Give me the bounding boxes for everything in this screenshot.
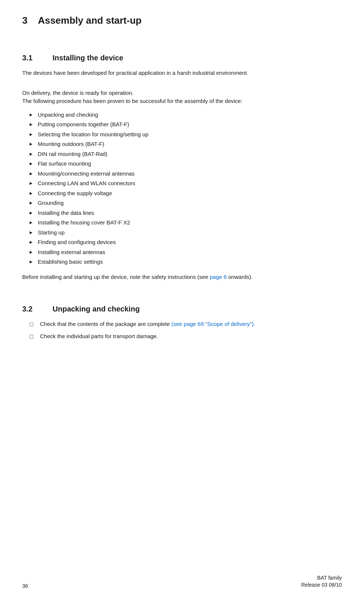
list-item-3: Selecting the location for mounting/sett… xyxy=(30,130,342,139)
release-info: Release 03 08/10 xyxy=(301,581,342,589)
chapter-number: 3 xyxy=(22,15,27,26)
list-item-6: Flat surface mounting xyxy=(30,160,342,168)
page-content: 3 Assembly and start-up 3.1 Installing t… xyxy=(0,0,364,381)
list-item-7: Mounting/connecting external antennas xyxy=(30,170,342,178)
checkbox-item-2: Check the individual parts for transport… xyxy=(30,332,342,341)
checklist: Check that the contents of the package a… xyxy=(30,320,342,340)
section-3-1-title: Installing the device xyxy=(53,54,123,62)
checkbox-item-1-link[interactable]: (see page 69 "Scope of delivery"). xyxy=(171,321,255,327)
section-3-2-heading: 3.2 Unpacking and checking xyxy=(22,305,342,313)
section-3-1-para-2: On delivery, the device is ready for ope… xyxy=(22,89,342,106)
section-3-2-title: Unpacking and checking xyxy=(53,305,140,313)
list-item-15: Installing external antennas xyxy=(30,248,342,257)
list-item-10: Grounding xyxy=(30,199,342,207)
list-item-8: Connecting LAN and WLAN connectors xyxy=(30,179,342,188)
page-number: 36 xyxy=(22,583,28,589)
section-3-2-number: 3.2 xyxy=(22,305,41,313)
page-footer: 36 BAT family Release 03 08/10 xyxy=(0,574,364,589)
list-item-12: Installing the housing cover BAT-F X2 xyxy=(30,219,342,227)
chapter-title-text: Assembly and start-up xyxy=(38,15,141,26)
section-3-1: 3.1 Installing the device The devices ha… xyxy=(22,54,342,281)
list-item-13: Starting up xyxy=(30,229,342,237)
section-3-1-para-1: The devices have been developed for prac… xyxy=(22,69,342,77)
section-3-1-heading: 3.1 Installing the device xyxy=(22,54,342,62)
section-3-1-para-2-line2: The following procedure has been proven … xyxy=(22,98,242,104)
list-item-14: Finding and configuring devices xyxy=(30,238,342,247)
list-item-11: Installing the data lines xyxy=(30,209,342,217)
product-line: BAT family xyxy=(301,574,342,582)
list-item-5: DIN rail mounting (BAT-Rail) xyxy=(30,150,342,159)
footer-product-info: BAT family Release 03 08/10 xyxy=(301,574,342,589)
chapter-title: 3 Assembly and start-up xyxy=(22,15,342,26)
safety-note: Before installing and starting up the de… xyxy=(22,273,342,281)
list-item-4: Mounting outdoors (BAT-F) xyxy=(30,140,342,149)
checkbox-item-1: Check that the contents of the package a… xyxy=(30,320,342,329)
list-item-2: Putting components together (BAT-F) xyxy=(30,120,342,129)
list-item-9: Connecting the supply voltage xyxy=(30,189,342,198)
checkbox-item-1-prefix: Check that the contents of the package a… xyxy=(40,321,171,327)
section-3-1-para-2-line1: On delivery, the device is ready for ope… xyxy=(22,90,134,96)
safety-note-link[interactable]: page 6 xyxy=(210,274,227,280)
procedure-list: Unpacking and checking Putting component… xyxy=(30,111,342,266)
section-3-1-number: 3.1 xyxy=(22,54,41,62)
section-3-2: 3.2 Unpacking and checking Check that th… xyxy=(22,305,342,340)
checkbox-item-2-text: Check the individual parts for transport… xyxy=(40,333,158,339)
list-item-1: Unpacking and checking xyxy=(30,111,342,119)
list-item-16: Establishing basic settings xyxy=(30,258,342,266)
